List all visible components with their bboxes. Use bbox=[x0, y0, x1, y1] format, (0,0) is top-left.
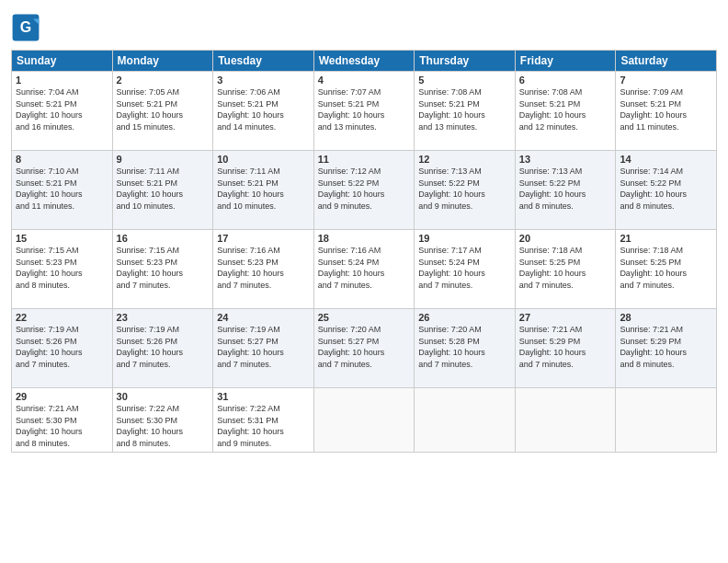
calendar-cell bbox=[313, 388, 415, 453]
day-number: 3 bbox=[217, 75, 310, 86]
day-number: 31 bbox=[217, 391, 310, 402]
day-info: Sunrise: 7:18 AM Sunset: 5:25 PM Dayligh… bbox=[519, 245, 612, 291]
calendar-body: 1Sunrise: 7:04 AM Sunset: 5:21 PM Daylig… bbox=[12, 72, 717, 453]
calendar-cell: 20Sunrise: 7:18 AM Sunset: 5:25 PM Dayli… bbox=[515, 230, 616, 309]
calendar-cell: 10Sunrise: 7:11 AM Sunset: 5:21 PM Dayli… bbox=[213, 151, 314, 230]
day-number: 9 bbox=[117, 154, 210, 165]
day-info: Sunrise: 7:18 AM Sunset: 5:25 PM Dayligh… bbox=[620, 245, 712, 291]
day-info: Sunrise: 7:10 AM Sunset: 5:21 PM Dayligh… bbox=[16, 166, 108, 212]
calendar-cell: 12Sunrise: 7:13 AM Sunset: 5:22 PM Dayli… bbox=[415, 151, 516, 230]
day-info: Sunrise: 7:19 AM Sunset: 5:27 PM Dayligh… bbox=[217, 324, 310, 370]
day-number: 20 bbox=[519, 233, 612, 244]
calendar-cell: 30Sunrise: 7:22 AM Sunset: 5:30 PM Dayli… bbox=[112, 388, 213, 453]
day-info: Sunrise: 7:15 AM Sunset: 5:23 PM Dayligh… bbox=[117, 245, 210, 291]
day-number: 22 bbox=[16, 312, 108, 323]
calendar-cell: 5Sunrise: 7:08 AM Sunset: 5:21 PM Daylig… bbox=[415, 72, 516, 151]
logo-icon: G bbox=[11, 13, 40, 42]
day-number: 26 bbox=[418, 312, 511, 323]
weekday-header-friday: Friday bbox=[515, 51, 616, 72]
day-info: Sunrise: 7:17 AM Sunset: 5:24 PM Dayligh… bbox=[418, 245, 511, 291]
week-row-5: 29Sunrise: 7:21 AM Sunset: 5:30 PM Dayli… bbox=[12, 388, 717, 453]
day-number: 19 bbox=[418, 233, 511, 244]
day-info: Sunrise: 7:13 AM Sunset: 5:22 PM Dayligh… bbox=[418, 166, 511, 212]
day-info: Sunrise: 7:16 AM Sunset: 5:24 PM Dayligh… bbox=[318, 245, 411, 291]
calendar-cell: 2Sunrise: 7:05 AM Sunset: 5:21 PM Daylig… bbox=[112, 72, 213, 151]
calendar-cell: 8Sunrise: 7:10 AM Sunset: 5:21 PM Daylig… bbox=[12, 151, 113, 230]
calendar-cell: 21Sunrise: 7:18 AM Sunset: 5:25 PM Dayli… bbox=[616, 230, 717, 309]
day-number: 4 bbox=[318, 75, 411, 86]
day-number: 17 bbox=[217, 233, 310, 244]
day-info: Sunrise: 7:04 AM Sunset: 5:21 PM Dayligh… bbox=[16, 86, 108, 132]
calendar-cell: 9Sunrise: 7:11 AM Sunset: 5:21 PM Daylig… bbox=[112, 151, 213, 230]
calendar-cell: 31Sunrise: 7:22 AM Sunset: 5:31 PM Dayli… bbox=[213, 388, 314, 453]
calendar-cell: 6Sunrise: 7:08 AM Sunset: 5:21 PM Daylig… bbox=[515, 72, 616, 151]
day-number: 11 bbox=[318, 154, 411, 165]
day-number: 13 bbox=[519, 154, 612, 165]
week-row-3: 15Sunrise: 7:15 AM Sunset: 5:23 PM Dayli… bbox=[12, 230, 717, 309]
calendar-cell: 26Sunrise: 7:20 AM Sunset: 5:28 PM Dayli… bbox=[415, 309, 516, 388]
calendar-cell: 14Sunrise: 7:14 AM Sunset: 5:22 PM Dayli… bbox=[616, 151, 717, 230]
header: G bbox=[11, 9, 717, 42]
calendar-cell: 23Sunrise: 7:19 AM Sunset: 5:26 PM Dayli… bbox=[112, 309, 213, 388]
calendar-cell: 4Sunrise: 7:07 AM Sunset: 5:21 PM Daylig… bbox=[313, 72, 415, 151]
day-number: 18 bbox=[318, 233, 411, 244]
day-info: Sunrise: 7:05 AM Sunset: 5:21 PM Dayligh… bbox=[117, 86, 210, 132]
day-number: 28 bbox=[620, 312, 712, 323]
day-info: Sunrise: 7:07 AM Sunset: 5:21 PM Dayligh… bbox=[318, 86, 411, 132]
day-info: Sunrise: 7:21 AM Sunset: 5:30 PM Dayligh… bbox=[16, 403, 108, 449]
calendar-cell: 15Sunrise: 7:15 AM Sunset: 5:23 PM Dayli… bbox=[12, 230, 113, 309]
weekday-header-tuesday: Tuesday bbox=[213, 51, 314, 72]
calendar-table: SundayMondayTuesdayWednesdayThursdayFrid… bbox=[11, 50, 717, 453]
day-number: 16 bbox=[117, 233, 210, 244]
day-info: Sunrise: 7:21 AM Sunset: 5:29 PM Dayligh… bbox=[519, 324, 612, 370]
calendar-cell bbox=[616, 388, 717, 453]
day-info: Sunrise: 7:21 AM Sunset: 5:29 PM Dayligh… bbox=[620, 324, 712, 370]
day-number: 21 bbox=[620, 233, 712, 244]
day-info: Sunrise: 7:15 AM Sunset: 5:23 PM Dayligh… bbox=[16, 245, 108, 291]
day-info: Sunrise: 7:13 AM Sunset: 5:22 PM Dayligh… bbox=[519, 166, 612, 212]
week-row-2: 8Sunrise: 7:10 AM Sunset: 5:21 PM Daylig… bbox=[12, 151, 717, 230]
calendar-cell: 25Sunrise: 7:20 AM Sunset: 5:27 PM Dayli… bbox=[313, 309, 415, 388]
day-info: Sunrise: 7:08 AM Sunset: 5:21 PM Dayligh… bbox=[519, 86, 612, 132]
day-info: Sunrise: 7:09 AM Sunset: 5:21 PM Dayligh… bbox=[620, 86, 712, 132]
day-number: 7 bbox=[620, 75, 712, 86]
day-info: Sunrise: 7:19 AM Sunset: 5:26 PM Dayligh… bbox=[16, 324, 108, 370]
calendar-cell: 27Sunrise: 7:21 AM Sunset: 5:29 PM Dayli… bbox=[515, 309, 616, 388]
day-number: 5 bbox=[418, 75, 511, 86]
day-info: Sunrise: 7:14 AM Sunset: 5:22 PM Dayligh… bbox=[620, 166, 712, 212]
weekday-header-sunday: Sunday bbox=[12, 51, 113, 72]
logo: G bbox=[11, 13, 42, 42]
day-info: Sunrise: 7:06 AM Sunset: 5:21 PM Dayligh… bbox=[217, 86, 310, 132]
calendar-cell: 22Sunrise: 7:19 AM Sunset: 5:26 PM Dayli… bbox=[12, 309, 113, 388]
day-number: 1 bbox=[16, 75, 108, 86]
weekday-header-thursday: Thursday bbox=[415, 51, 516, 72]
week-row-1: 1Sunrise: 7:04 AM Sunset: 5:21 PM Daylig… bbox=[12, 72, 717, 151]
day-number: 6 bbox=[519, 75, 612, 86]
calendar-cell: 18Sunrise: 7:16 AM Sunset: 5:24 PM Dayli… bbox=[313, 230, 415, 309]
calendar-cell: 28Sunrise: 7:21 AM Sunset: 5:29 PM Dayli… bbox=[616, 309, 717, 388]
day-number: 8 bbox=[16, 154, 108, 165]
day-number: 23 bbox=[117, 312, 210, 323]
calendar-cell: 1Sunrise: 7:04 AM Sunset: 5:21 PM Daylig… bbox=[12, 72, 113, 151]
calendar-cell: 13Sunrise: 7:13 AM Sunset: 5:22 PM Dayli… bbox=[515, 151, 616, 230]
calendar-cell: 17Sunrise: 7:16 AM Sunset: 5:23 PM Dayli… bbox=[213, 230, 314, 309]
day-number: 29 bbox=[16, 391, 108, 402]
calendar-header: SundayMondayTuesdayWednesdayThursdayFrid… bbox=[12, 51, 717, 72]
calendar-cell: 19Sunrise: 7:17 AM Sunset: 5:24 PM Dayli… bbox=[415, 230, 516, 309]
day-info: Sunrise: 7:22 AM Sunset: 5:31 PM Dayligh… bbox=[217, 403, 310, 449]
day-number: 10 bbox=[217, 154, 310, 165]
day-info: Sunrise: 7:20 AM Sunset: 5:27 PM Dayligh… bbox=[318, 324, 411, 370]
day-number: 12 bbox=[418, 154, 511, 165]
day-number: 30 bbox=[117, 391, 210, 402]
calendar-cell: 11Sunrise: 7:12 AM Sunset: 5:22 PM Dayli… bbox=[313, 151, 415, 230]
day-number: 27 bbox=[519, 312, 612, 323]
day-info: Sunrise: 7:19 AM Sunset: 5:26 PM Dayligh… bbox=[117, 324, 210, 370]
weekday-row: SundayMondayTuesdayWednesdayThursdayFrid… bbox=[12, 51, 717, 72]
day-number: 15 bbox=[16, 233, 108, 244]
calendar-cell: 24Sunrise: 7:19 AM Sunset: 5:27 PM Dayli… bbox=[213, 309, 314, 388]
day-info: Sunrise: 7:11 AM Sunset: 5:21 PM Dayligh… bbox=[217, 166, 310, 212]
weekday-header-wednesday: Wednesday bbox=[313, 51, 415, 72]
calendar-cell: 7Sunrise: 7:09 AM Sunset: 5:21 PM Daylig… bbox=[616, 72, 717, 151]
calendar-cell: 16Sunrise: 7:15 AM Sunset: 5:23 PM Dayli… bbox=[112, 230, 213, 309]
day-number: 24 bbox=[217, 312, 310, 323]
